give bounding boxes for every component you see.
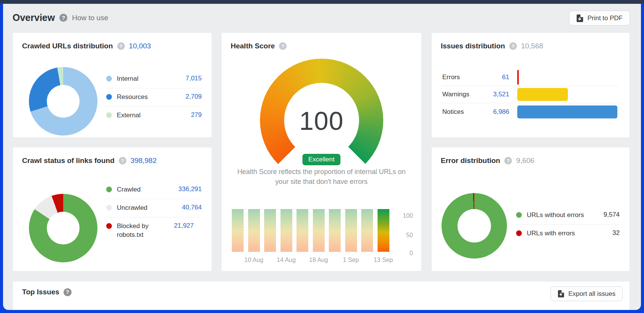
legend-value[interactable]: 21,927	[174, 222, 194, 230]
issues-rows: Errors 61 Warnings 3,521 Notices 6,986	[442, 69, 619, 120]
legend-value: 9,574	[603, 211, 620, 219]
issues-distribution-card: Issues distribution ? 10,568 Errors 61 W…	[431, 32, 630, 138]
crawled-urls-card: Crawled URLs distribution ? 10,003 Inter…	[13, 32, 212, 138]
legend-label: Resources	[117, 93, 182, 102]
help-icon[interactable]: ?	[504, 157, 512, 164]
crawled-urls-title: Crawled URLs distribution	[22, 42, 113, 50]
legend-label: Uncrawled	[117, 204, 178, 212]
issues-row-label: Warnings	[442, 91, 479, 98]
legend-row: Uncrawled 40,764	[106, 199, 202, 217]
legend-value[interactable]: 40,764	[182, 204, 202, 211]
health-score-history-chart: 100 50 0 10 Aug 14 Aug 18 Aug 1 Sep 13 S…	[232, 209, 413, 266]
error-distribution-card: Error distribution ? 9,606 URLs without …	[431, 147, 630, 271]
help-icon[interactable]: ?	[509, 42, 517, 50]
top-issues-card: Top Issues ? Export all issues	[13, 281, 630, 310]
help-icon[interactable]: ?	[117, 42, 125, 50]
history-bar[interactable]	[361, 209, 373, 252]
issues-row-notices: Notices 6,986	[442, 103, 619, 120]
export-all-issues-button[interactable]: Export all issues	[550, 286, 623, 301]
history-bar[interactable]	[329, 209, 341, 252]
issues-row-errors: Errors 61	[442, 69, 619, 86]
help-icon[interactable]: ?	[59, 14, 67, 22]
donut-hole	[47, 85, 80, 118]
x-axis-label: 10 Aug	[244, 257, 263, 263]
history-bar[interactable]	[264, 209, 276, 252]
issues-distribution-title: Issues distribution	[441, 42, 505, 50]
error-distribution-legend: URLs without errors 9,574 URLs with erro…	[516, 206, 620, 243]
y-axis-tick: 100	[390, 212, 413, 219]
page-header: Overview ? How to use	[13, 12, 108, 23]
legend-label: Internal	[117, 75, 182, 83]
browser-top-bar	[0, 0, 644, 4]
error-distribution-title: Error distribution	[441, 156, 500, 165]
history-bar[interactable]	[232, 209, 244, 252]
history-bar[interactable]	[281, 209, 292, 252]
print-to-pdf-label: Print to PDF	[587, 14, 623, 22]
error-distribution-donut-chart[interactable]	[442, 193, 507, 259]
help-icon[interactable]: ?	[279, 42, 287, 50]
history-bars	[232, 209, 389, 252]
urls-without-errors-dot	[516, 212, 522, 218]
blocked-dot	[106, 223, 112, 229]
health-score-value: 100	[299, 105, 343, 135]
overview-page: Overview ? How to use Print to PDF Crawl…	[3, 4, 641, 310]
top-issues-title: Top Issues	[22, 288, 59, 296]
legend-value[interactable]: 336,291	[179, 185, 202, 193]
app-window: Overview ? How to use Print to PDF Crawl…	[0, 0, 644, 313]
crawl-status-card: Crawl status of links found ? 398,982 Cr…	[13, 147, 212, 271]
legend-row: External 279	[106, 107, 202, 125]
how-to-use-link[interactable]: How to use	[72, 14, 108, 22]
legend-value[interactable]: 7,015	[185, 75, 202, 82]
legend-value[interactable]: 279	[191, 111, 202, 119]
health-score-badge: Excellent	[302, 154, 341, 165]
health-score-card: Health Score ? 100 Excellent Health Scor…	[221, 32, 422, 271]
help-icon[interactable]: ?	[64, 288, 72, 296]
history-bar[interactable]	[345, 209, 357, 252]
donut-hole	[47, 212, 80, 244]
legend-label: Crawled	[117, 185, 175, 194]
history-bar[interactable]	[313, 209, 325, 252]
print-to-pdf-button[interactable]: Print to PDF	[569, 11, 630, 26]
issues-row-label: Errors	[442, 73, 479, 81]
history-bar[interactable]	[296, 209, 308, 252]
crawled-urls-legend: Internal 7,015 Resources 2,709 External …	[106, 70, 202, 125]
history-bar[interactable]	[378, 209, 389, 252]
download-file-icon	[576, 14, 583, 22]
x-axis-label: 13 Sep	[374, 257, 393, 263]
x-axis-label: 18 Aug	[309, 257, 328, 263]
page-title: Overview	[13, 12, 55, 23]
legend-label: Blocked by robots.txt	[117, 222, 170, 240]
history-bar[interactable]	[248, 209, 260, 252]
legend-row: Resources 2,709	[106, 88, 202, 107]
legend-label: URLs without errors	[527, 211, 599, 220]
help-icon[interactable]: ?	[119, 157, 126, 164]
issues-row-value[interactable]: 3,521	[479, 91, 509, 98]
issues-row-value[interactable]: 61	[479, 73, 509, 81]
legend-label: URLs with errors	[527, 229, 609, 238]
legend-value[interactable]: 2,709	[185, 93, 202, 101]
resources-dot	[106, 94, 112, 100]
crawl-status-total[interactable]: 398,982	[131, 156, 157, 165]
y-axis-tick: 0	[390, 250, 413, 257]
health-score-title: Health Score	[231, 42, 275, 50]
donut-hole	[457, 209, 491, 243]
issues-bar-errors[interactable]	[517, 70, 519, 85]
legend-value: 32	[612, 229, 620, 237]
crawl-status-donut-chart[interactable]	[29, 194, 97, 262]
crawled-urls-total[interactable]: 10,003	[129, 42, 151, 50]
crawled-dot	[106, 187, 112, 192]
issues-distribution-total: 10,568	[521, 42, 543, 50]
issues-row-value[interactable]: 6,986	[479, 108, 509, 116]
y-axis-tick: 50	[390, 232, 413, 239]
issues-row-warnings: Warnings 3,521	[442, 86, 619, 103]
legend-row: URLs with errors 32	[516, 225, 620, 243]
legend-row: URLs without errors 9,574	[516, 206, 620, 225]
external-dot	[106, 112, 112, 118]
issues-bar-notices[interactable]	[517, 105, 617, 118]
legend-row: Internal 7,015	[106, 70, 202, 88]
x-axis-label: 1 Sep	[343, 257, 359, 263]
legend-row: Blocked by robots.txt 21,927	[106, 217, 202, 244]
crawled-urls-donut-chart[interactable]	[29, 67, 97, 136]
export-all-issues-label: Export all issues	[568, 290, 615, 298]
issues-bar-warnings[interactable]	[517, 88, 568, 101]
